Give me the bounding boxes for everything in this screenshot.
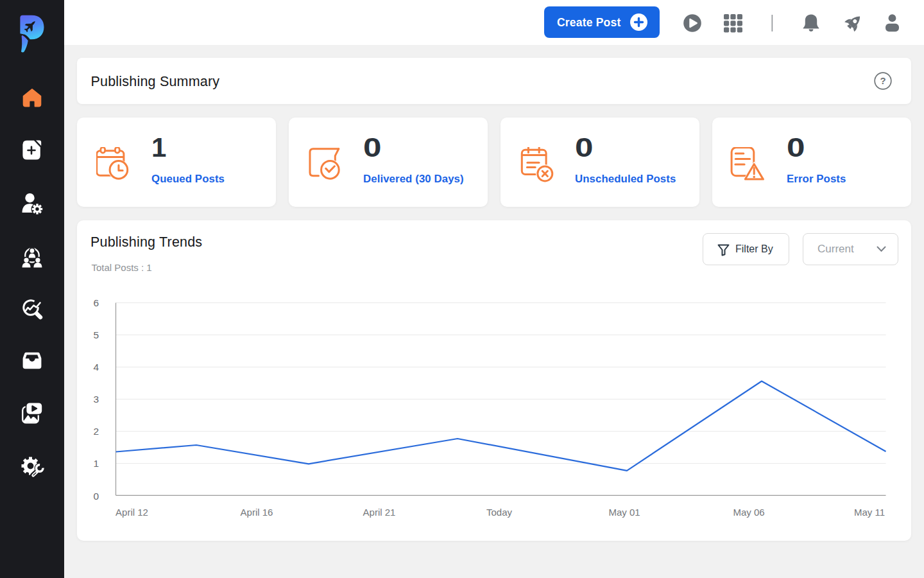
svg-text:April 21: April 21 <box>363 507 396 518</box>
svg-text:?: ? <box>880 75 886 86</box>
svg-text:4: 4 <box>93 362 99 372</box>
svg-text:5: 5 <box>93 329 99 340</box>
svg-text:3: 3 <box>93 394 99 405</box>
svg-text:6: 6 <box>93 297 99 308</box>
svg-text:May 11: May 11 <box>854 507 885 518</box>
svg-text:April 12: April 12 <box>116 507 148 518</box>
svg-text:May 06: May 06 <box>733 507 764 518</box>
svg-text:May 01: May 01 <box>608 507 640 518</box>
svg-text:April 16: April 16 <box>241 507 273 518</box>
svg-text:Today: Today <box>486 507 513 518</box>
svg-text:2: 2 <box>93 426 99 437</box>
svg-text:0: 0 <box>93 491 99 502</box>
svg-text:1: 1 <box>93 458 99 469</box>
